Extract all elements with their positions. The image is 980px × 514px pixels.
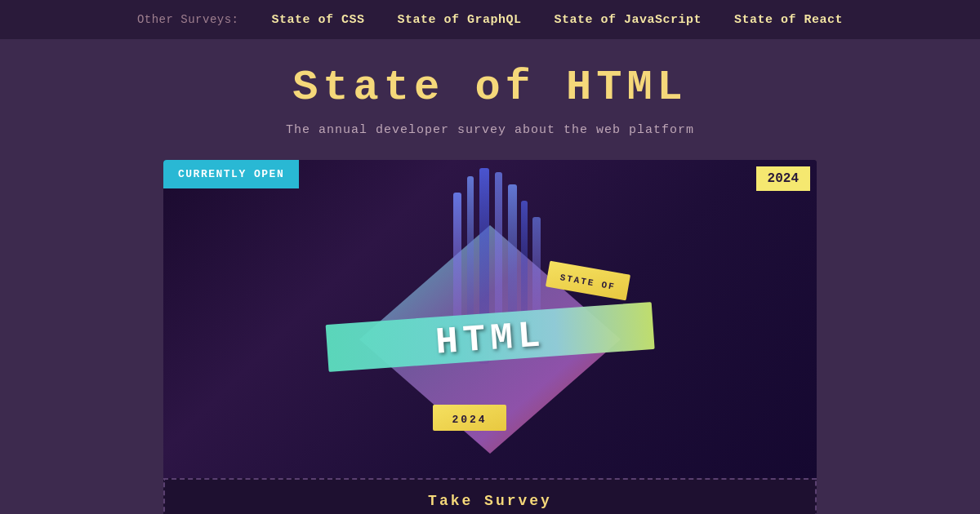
nav-link-graphql[interactable]: State of GraphQL [398,13,522,27]
take-survey-footer[interactable]: Take Survey [163,478,817,514]
nav-link-javascript[interactable]: State of JavaScript [555,13,702,27]
nav-link-css[interactable]: State of CSS [272,13,365,27]
main-content: State of HTML The annual developer surve… [0,39,980,514]
page-subtitle: The annual developer survey about the we… [286,123,694,137]
top-navigation: Other Surveys: State of CSS State of Gra… [0,0,980,39]
year-badge: 2024 [756,166,810,191]
page-title: State of HTML [292,64,688,112]
survey-card-image: CURRENTLY OPEN 2024 [163,160,817,478]
take-survey-link[interactable]: Take Survey [428,493,552,509]
currently-open-badge: CURRENTLY OPEN [163,160,299,188]
other-surveys-label: Other Surveys: [137,13,239,26]
survey-card: CURRENTLY OPEN 2024 [163,160,817,514]
nav-link-react[interactable]: State of React [734,13,843,27]
svg-text:HTML: HTML [434,314,546,364]
svg-text:2024: 2024 [452,414,487,426]
logo-graphic-svg: HTML STATE OF 2024 [163,160,817,478]
